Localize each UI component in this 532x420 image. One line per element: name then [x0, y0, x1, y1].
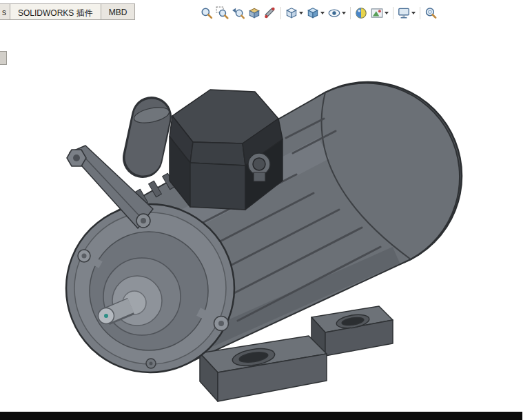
chevron-down-icon[interactable] — [299, 12, 303, 14]
bottom-right-corner — [522, 412, 532, 420]
zoom-to-fit-button[interactable] — [199, 6, 214, 21]
chevron-down-icon[interactable] — [342, 12, 346, 14]
view-settings-button[interactable] — [396, 6, 417, 21]
toolbar-separator — [280, 7, 281, 19]
apply-scene-button[interactable] — [369, 6, 390, 21]
toolbar-separator — [420, 7, 420, 19]
view-orientation-icon — [285, 6, 298, 20]
graphics-area[interactable] — [0, 0, 532, 420]
hide-show-items-icon — [327, 6, 341, 20]
heads-up-toolbar — [199, 6, 438, 21]
zoom-to-fit-icon — [200, 6, 214, 20]
dynamic-annotation-views-icon — [263, 6, 277, 20]
previous-view-icon — [232, 6, 245, 20]
dynamic-annotation-views-button[interactable] — [263, 6, 278, 21]
edit-appearance-button[interactable] — [354, 6, 369, 21]
tab-partial[interactable]: s — [0, 3, 10, 20]
zoom-to-area-button[interactable] — [215, 6, 230, 21]
section-view-icon — [247, 6, 261, 20]
collapsed-panel-tab[interactable] — [0, 51, 7, 65]
chevron-down-icon[interactable] — [385, 12, 389, 14]
command-tab-bar: s SOLIDWORKS 插件 MBD — [0, 3, 135, 20]
previous-view-button[interactable] — [231, 6, 246, 21]
edit-appearance-icon — [354, 6, 368, 20]
chevron-down-icon[interactable] — [411, 12, 416, 14]
bottom-bar — [0, 412, 522, 420]
apply-scene-icon — [370, 6, 384, 20]
tab-solidworks-addins[interactable]: SOLIDWORKS 插件 — [10, 3, 101, 20]
hide-show-items-button[interactable] — [327, 6, 347, 21]
header: s SOLIDWORKS 插件 MBD — [0, 0, 532, 23]
view-settings-icon — [397, 6, 411, 20]
magnified-selection-icon — [424, 6, 438, 20]
view-orientation-button[interactable] — [284, 6, 305, 21]
magnified-selection-button[interactable] — [423, 6, 438, 21]
zoom-to-area-icon — [216, 6, 229, 20]
front-endbell[interactable] — [66, 204, 234, 372]
display-style-icon — [306, 6, 320, 20]
toolbar-separator — [393, 7, 393, 19]
toolbar-separator — [350, 7, 351, 19]
chevron-down-icon[interactable] — [320, 12, 325, 14]
tab-mbd[interactable]: MBD — [101, 3, 136, 20]
terminal-box[interactable] — [170, 90, 283, 210]
section-view-button[interactable] — [247, 6, 262, 21]
shaft-center-point — [104, 314, 108, 318]
display-style-button[interactable] — [305, 6, 326, 21]
solidworks-window: s SOLIDWORKS 插件 MBD — [0, 0, 532, 420]
